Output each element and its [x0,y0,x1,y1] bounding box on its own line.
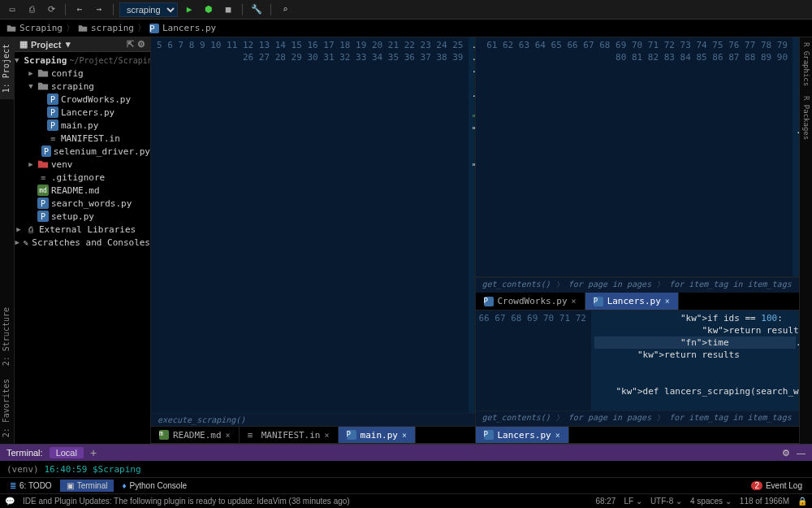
status-enc[interactable]: UTF-8 ⌄ [650,497,682,506]
status-pos[interactable]: 68:27 [595,497,615,506]
editor-right-bottom-footer-tabs: PLancers.py× [476,426,800,444]
tree-item[interactable]: Pselenium_driver.py [15,145,150,158]
tree-item[interactable]: Pmain.py [15,119,150,132]
terminal-add-tab[interactable]: + [90,446,97,459]
right-gutter-tabs: R Graphics R Packages [799,37,812,444]
status-mem[interactable]: 118 of 1966M [740,497,789,506]
terminal-body[interactable]: (venv) 16:40:59 $Scraping [0,461,812,477]
vtab-favorites[interactable]: 2: Favorites [0,372,14,444]
tree-scratch[interactable]: ▶✎Scratches and Consoles [15,236,150,249]
project-panel: ▦Project▾ ⇱ ⚙ ▼ Scraping ~/Project/Scrap… [15,37,151,444]
editor-left-column: 5 6 7 8 9 10 11 12 13 14 15 16 17 18 19 … [151,37,476,444]
save-icon[interactable]: ⎙ [24,2,40,18]
top-toolbar: ▭ ⎙ ⟳ ← → scraping ▶ ⬢ ■ 🔧 ⌕ [0,0,812,20]
editor-tab[interactable]: ≡MANIFEST.in× [240,427,339,443]
status-bar: 💬 IDE and Plugin Updates: The following … [0,493,812,508]
terminal-hide-icon[interactable]: — [797,448,806,458]
editor-left-tabs: mREADME.md×≡MANIFEST.in×Pmain.py× [151,426,475,444]
close-icon[interactable]: × [325,431,330,440]
terminal-panel: Terminal: Local + ⚙ — (venv) 16:40:59 $S… [0,444,812,477]
tree-item[interactable]: Psearch_words.py [15,197,150,210]
terminal-settings-icon[interactable]: ⚙ [782,448,790,458]
editor-tab[interactable]: PLancers.py× [585,293,679,310]
status-message: IDE and Plugin Updates: The following pl… [23,497,350,506]
editor-right-top[interactable]: 61 62 63 64 65 66 67 68 69 70 71 72 73 7… [476,37,800,277]
editor-tab[interactable]: PLancers.py× [476,427,569,443]
crumb-1[interactable]: scraping [78,23,134,33]
crumb-0[interactable]: Scraping [6,23,63,33]
refresh-icon[interactable]: ⟳ [43,2,59,18]
forward-icon[interactable]: → [91,2,107,18]
btn-event-log[interactable]: 2Event Log [745,480,809,492]
stop-icon[interactable]: ■ [220,2,236,18]
close-icon[interactable]: × [572,297,577,306]
btn-todo[interactable]: ≣6: TODO [3,480,58,492]
tree-item[interactable]: ≡.gitignore [15,171,150,184]
status-balloon-icon[interactable]: 💬 [5,497,15,506]
editor-right-bottom-crumb: get_contents()〉 for page in pages〉 for i… [476,410,800,426]
btn-console[interactable]: ♦Python Console [115,480,193,492]
editor-tab[interactable]: PCrowdWorks.py× [476,293,585,310]
run-config-select[interactable]: scraping [119,2,178,17]
close-icon[interactable]: × [665,297,670,306]
back-icon[interactable]: ← [71,2,88,18]
vtab-project[interactable]: 1: Project [0,37,14,99]
crumb-2[interactable]: PLancers.py [149,23,216,33]
tree-root[interactable]: ▼ Scraping ~/Project/Scraping [15,54,150,67]
status-indent[interactable]: 4 spaces ⌄ [690,497,732,506]
lock-icon[interactable]: 🔒 [797,497,807,506]
debug-icon[interactable]: ⬢ [201,2,217,18]
bottom-tool-buttons: ≣6: TODO ▣Terminal ♦Python Console 2Even… [0,477,812,493]
collapse-icon[interactable]: ⇱ [127,39,134,50]
editor-right-bottom-tabs: PCrowdWorks.py×PLancers.py× [476,293,800,310]
tree-item[interactable]: Psetup.py [15,210,150,223]
left-gutter-tabs: 1: Project 2: Structure 2: Favorites [0,37,15,444]
tree-item[interactable]: ▶config [15,67,150,80]
tree-item[interactable]: mdREADME.md [15,184,150,197]
editor-right-bottom[interactable]: 66 67 68 69 70 71 72 "kw">if ids == 100:… [476,310,800,410]
tree-item[interactable]: ▶venv [15,158,150,171]
status-lf[interactable]: LF ⌄ [624,497,641,506]
search-icon[interactable]: ⌕ [277,2,293,18]
editor-tab[interactable]: mREADME.md× [151,427,240,443]
project-tree: ▼ Scraping ~/Project/Scraping ▶config▼sc… [15,52,150,444]
close-icon[interactable]: × [555,431,560,440]
tree-external[interactable]: ▶⎙External Libraries [15,223,150,236]
tree-item[interactable]: ▼scraping [15,80,150,93]
btn-terminal[interactable]: ▣Terminal [60,480,114,492]
close-icon[interactable]: × [226,431,231,440]
vtab-rpackages[interactable]: R Packages [800,91,812,145]
open-icon[interactable]: ▭ [4,2,20,18]
settings-icon[interactable]: ⚙ [137,39,145,50]
editor-tab[interactable]: Pmain.py× [339,427,416,443]
editor-left-crumb: execute_scraping() [151,413,475,426]
terminal-tab-local[interactable]: Local [50,447,84,458]
project-header: ▦Project▾ ⇱ ⚙ [15,37,150,52]
close-icon[interactable]: × [402,431,407,440]
run-icon[interactable]: ▶ [181,2,197,18]
editor-right-column: 61 62 63 64 65 66 67 68 69 70 71 72 73 7… [476,37,800,444]
editor-right-top-crumb: get_contents()〉 for page in pages〉 for i… [476,277,800,293]
tree-item[interactable]: PLancers.py [15,106,150,119]
tree-item[interactable]: ≡MANIFEST.in [15,132,150,145]
breadcrumb: Scraping 〉 scraping 〉 PLancers.py [0,20,812,37]
tools-icon[interactable]: 🔧 [248,2,265,18]
vtab-rgraphics[interactable]: R Graphics [800,37,812,91]
vtab-structure[interactable]: 2: Structure [0,301,14,372]
terminal-title: Terminal: [6,448,43,458]
editor-left[interactable]: 5 6 7 8 9 10 11 12 13 14 15 16 17 18 19 … [151,37,475,413]
tree-item[interactable]: PCrowdWorks.py [15,93,150,106]
